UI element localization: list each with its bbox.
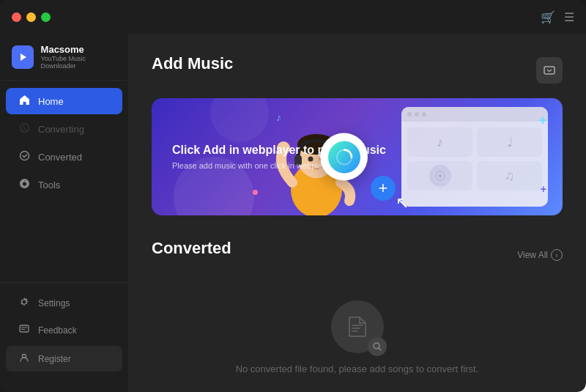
close-button[interactable] [12, 12, 21, 22]
circular-inner [328, 141, 360, 173]
panel-dot-1 [407, 112, 412, 117]
panel-dot-2 [415, 112, 419, 117]
tools-label: Tools [38, 180, 60, 191]
menu-icon[interactable]: ☰ [564, 10, 574, 24]
register-icon [18, 352, 31, 365]
search-overlay-icon [368, 337, 387, 356]
add-music-banner[interactable]: Click Add in webplayer to parse music Pl… [152, 98, 563, 215]
add-music-title: Add Music [152, 54, 233, 73]
empty-state-text: No converted file found, please add song… [236, 363, 479, 374]
settings-label: Settings [38, 298, 70, 308]
home-label: Home [38, 96, 64, 107]
feedback-label: Feedback [38, 325, 77, 336]
empty-state-icon [331, 300, 384, 353]
register-label: Register [38, 354, 71, 364]
add-circle-button[interactable]: + [371, 176, 396, 201]
sidebar-item-converted[interactable]: Converted [6, 144, 122, 170]
sidebar: Macsome YouTube Music Downloader Home [0, 34, 128, 392]
panel-card-2: ♩ [477, 127, 542, 157]
converted-title: Converted [152, 239, 231, 258]
minimize-button[interactable] [26, 12, 36, 22]
traffic-lights [12, 12, 51, 22]
converting-icon [18, 122, 31, 136]
sidebar-item-settings[interactable]: Settings [6, 290, 122, 316]
panel-card-1: ♪ [407, 127, 472, 157]
brand-icon [12, 45, 34, 69]
cart-icon[interactable]: 🛒 [541, 10, 555, 24]
cursor-icon: ↖ [396, 193, 409, 212]
home-icon [18, 95, 31, 108]
panel-content: ♪ ♩ ♫ [401, 122, 548, 196]
pink-dot-deco [253, 190, 258, 195]
add-music-action-button[interactable] [536, 57, 563, 84]
plus-deco-2: + [541, 183, 546, 195]
converted-icon [18, 150, 31, 163]
banner-right-panel: ♪ ♩ ♫ [401, 107, 548, 207]
converted-label: Converted [38, 152, 82, 163]
empty-state: No converted file found, please add song… [152, 286, 563, 392]
title-bar-actions: 🛒 ☰ [541, 10, 574, 24]
sidebar-item-register[interactable]: Register [6, 346, 122, 371]
settings-icon [18, 297, 31, 309]
maximize-button[interactable] [41, 12, 51, 22]
converted-header: Converted View All › [152, 239, 563, 271]
brand: Macsome YouTube Music Downloader [0, 34, 128, 81]
panel-card-4: ♫ [477, 161, 542, 191]
content-area: Add Music Click Add in webplayer to pars… [128, 34, 586, 392]
title-bar: 🛒 ☰ [0, 0, 586, 34]
sidebar-item-tools[interactable]: Tools [6, 171, 122, 198]
feedback-icon [18, 324, 31, 336]
sidebar-item-converting[interactable]: Converting [6, 116, 122, 142]
sidebar-item-feedback[interactable]: Feedback [6, 317, 122, 343]
app-window: 🛒 ☰ Macsome YouTube Music Downloader [0, 0, 586, 392]
sidebar-bottom: Settings Feedback [0, 282, 128, 380]
circular-music-icon [320, 133, 368, 181]
deco-circle2 [210, 98, 269, 142]
view-all-button[interactable]: View All › [517, 249, 563, 261]
panel-dot-3 [422, 112, 426, 117]
view-all-arrow-icon: › [551, 249, 563, 261]
plus-deco-1: + [538, 113, 546, 128]
nav-items: Home Converting [0, 81, 128, 282]
svg-point-16 [439, 174, 442, 177]
converting-label: Converting [38, 124, 84, 135]
svg-rect-5 [544, 67, 555, 74]
main-layout: Macsome YouTube Music Downloader Home [0, 34, 586, 392]
brand-subtitle: YouTube Music Downloader [41, 55, 116, 70]
brand-text: Macsome YouTube Music Downloader [41, 44, 116, 70]
svg-rect-3 [20, 325, 29, 332]
svg-point-2 [20, 152, 29, 160]
add-music-header: Add Music [152, 54, 563, 86]
brand-name: Macsome [41, 44, 116, 55]
panel-topbar [401, 107, 548, 122]
tools-icon [18, 178, 31, 191]
sidebar-item-home[interactable]: Home [6, 88, 122, 114]
panel-card-3 [407, 161, 472, 191]
view-all-label: View All [517, 250, 548, 260]
